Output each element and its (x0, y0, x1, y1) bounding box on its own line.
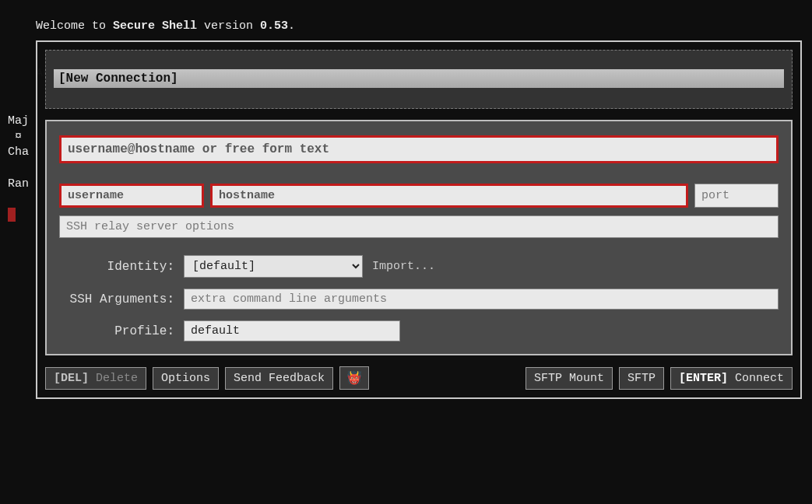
import-link[interactable]: Import... (372, 260, 435, 273)
connection-string-input[interactable] (59, 135, 779, 163)
connect-button[interactable]: [ENTER] Connect (670, 367, 793, 390)
ogre-icon: 👹 (346, 372, 362, 386)
connection-list-item[interactable]: [New Connection] (54, 69, 784, 88)
identity-label: Identity: (59, 260, 174, 274)
profile-input[interactable] (184, 320, 400, 341)
hostname-input[interactable] (210, 184, 688, 208)
version-number: 0.53 (260, 19, 288, 33)
button-bar: [DEL] Delete Options Send Feedback 👹 SFT… (45, 366, 793, 390)
ogre-icon-button[interactable]: 👹 (339, 366, 369, 390)
connection-dialog: [New Connection] Identity: [default] Imp… (36, 40, 802, 399)
profile-label: Profile: (59, 324, 174, 338)
sftp-button[interactable]: SFTP (619, 367, 664, 390)
connection-list[interactable]: [New Connection] (45, 50, 793, 109)
ssh-args-label: SSH Arguments: (59, 292, 174, 306)
sftp-mount-button[interactable]: SFTP Mount (526, 367, 613, 390)
port-input[interactable] (694, 184, 779, 208)
send-feedback-button[interactable]: Send Feedback (225, 367, 333, 390)
ssh-relay-input[interactable] (59, 215, 779, 238)
identity-select[interactable]: [default] (184, 255, 363, 278)
ssh-arguments-input[interactable] (184, 289, 779, 310)
delete-button[interactable]: [DEL] Delete (45, 367, 146, 390)
app-name: Secure Shell (113, 19, 197, 33)
welcome-text: Welcome to (36, 19, 113, 33)
connection-form: Identity: [default] Import... SSH Argume… (45, 120, 793, 355)
options-button[interactable]: Options (153, 367, 219, 390)
terminal-cursor (8, 208, 16, 222)
username-input[interactable] (59, 184, 204, 208)
